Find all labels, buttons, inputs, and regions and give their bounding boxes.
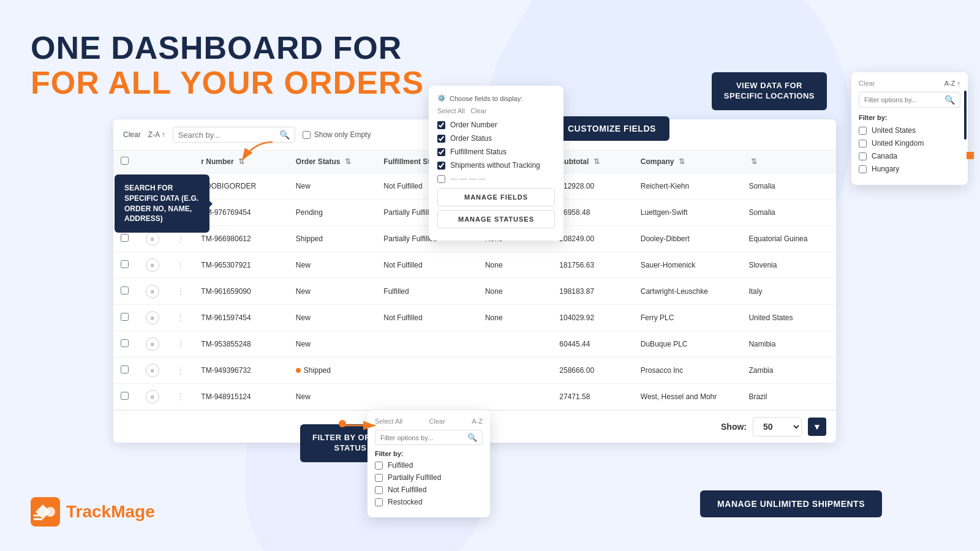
cell-check-8[interactable] — [113, 384, 138, 410]
fields-checkbox-fulfillment-status[interactable]: Fulfillment Status — [437, 148, 555, 156]
fields-checkbox-shipments-tracking[interactable]: Shipments without Tracking — [437, 161, 555, 170]
cell-check-3[interactable] — [113, 252, 138, 279]
drag-handle-6[interactable]: ⋮ — [177, 340, 184, 348]
fields-checkbox-order-number[interactable]: Order Number — [437, 121, 555, 129]
fields-checkbox-extra-input[interactable] — [437, 175, 445, 183]
show-dropdown-arrow[interactable]: ▼ — [808, 418, 826, 436]
locations-checkbox-4[interactable] — [859, 165, 867, 173]
filter-icon-status[interactable]: ⇅ — [345, 157, 351, 166]
row-detail-icon-3[interactable]: ≡ — [146, 258, 159, 272]
drag-handle-4[interactable]: ⋮ — [177, 287, 184, 296]
logo[interactable]: TrackMage — [31, 497, 155, 527]
col-header-order-status[interactable]: Order Status ⇅ — [288, 151, 376, 173]
cell-check-5[interactable] — [113, 305, 138, 331]
col-header-subtotal[interactable]: Subtotal ⇅ — [552, 151, 633, 173]
drag-handle-2[interactable]: ⋮ — [177, 234, 184, 243]
sort-button[interactable]: Z-A ↑ — [148, 130, 165, 139]
locations-checkbox-3[interactable] — [859, 152, 867, 160]
fields-select-all[interactable]: Select All — [437, 107, 465, 114]
row-detail-icon-7[interactable]: ≡ — [146, 364, 159, 377]
row-checkbox-6[interactable] — [121, 339, 129, 347]
filter-option-fulfilled[interactable]: Fulfilled — [375, 461, 483, 470]
row-checkbox-5[interactable] — [121, 313, 129, 321]
row-checkbox-2[interactable] — [121, 234, 129, 242]
filter-search-box[interactable]: 🔍 — [375, 430, 483, 445]
select-all-checkbox[interactable] — [121, 157, 129, 165]
row-checkbox-7[interactable] — [121, 365, 129, 373]
filter-checkbox-fulfilled[interactable] — [375, 462, 383, 470]
col-header-country[interactable]: ⇅ — [741, 151, 836, 173]
cell-check-6[interactable] — [113, 331, 138, 358]
locations-search-box[interactable]: 🔍 — [859, 92, 960, 108]
locations-sort[interactable]: A-Z ↑ — [944, 80, 960, 87]
locations-option-2[interactable]: United Kingdom — [859, 139, 960, 148]
drag-handle-7[interactable]: ⋮ — [177, 366, 184, 375]
customize-fields-button[interactable]: CUSTOMIZE FIELDS — [554, 116, 669, 141]
cell-icon1-3[interactable]: ≡ — [138, 252, 170, 279]
filter-icon-subtotal[interactable]: ⇅ — [594, 157, 600, 166]
filter-icon-company[interactable]: ⇅ — [679, 157, 685, 166]
locations-checkbox-1[interactable] — [859, 127, 867, 135]
cell-icon1-7[interactable]: ≡ — [138, 358, 170, 384]
filter-option-restocked[interactable]: Restocked — [375, 498, 483, 506]
row-checkbox-4[interactable] — [121, 287, 129, 294]
cell-check-4[interactable] — [113, 279, 138, 305]
cell-icon1-4[interactable]: ≡ — [138, 279, 170, 305]
filter-checkbox-restocked[interactable] — [375, 498, 383, 506]
filter-option-partially-fulfilled[interactable]: Partially Fulfilled — [375, 473, 483, 482]
clear-button[interactable]: Clear — [123, 130, 141, 139]
row-checkbox-3[interactable] — [121, 260, 129, 268]
fields-clear[interactable]: Clear — [470, 107, 486, 114]
filter-icon-country[interactable]: ⇅ — [751, 157, 757, 166]
row-detail-icon-8[interactable]: ≡ — [146, 390, 159, 403]
show-empty[interactable]: Show only Empty — [303, 130, 371, 139]
show-select[interactable]: 50 100 200 — [753, 417, 802, 437]
locations-option-1[interactable]: United States — [859, 126, 960, 135]
cell-icon1-6[interactable]: ≡ — [138, 331, 170, 358]
filter-clear[interactable]: Clear — [429, 418, 445, 425]
locations-option-3[interactable]: Canada — [859, 152, 960, 160]
manage-statuses-button[interactable]: MANAGE STATUSES — [437, 210, 555, 228]
col-header-company[interactable]: Company ⇅ — [633, 151, 742, 173]
locations-search-input[interactable] — [864, 96, 941, 103]
locations-panel-top: Clear A-Z ↑ — [859, 80, 960, 87]
filter-checkbox-not-fulfilled[interactable] — [375, 486, 383, 494]
row-detail-icon-2[interactable]: ≡ — [146, 232, 159, 246]
locations-checkbox-2[interactable] — [859, 140, 867, 148]
fields-checkbox-fulfillment-status-input[interactable] — [437, 148, 445, 156]
fields-checkbox-shipments-tracking-input[interactable] — [437, 162, 445, 170]
cell-fulfillment-8 — [376, 384, 478, 410]
locations-scrollbar[interactable] — [964, 91, 967, 140]
show-empty-checkbox[interactable] — [303, 131, 311, 139]
filter-option-not-fulfilled[interactable]: Not Fulfilled — [375, 485, 483, 494]
fields-checkbox-order-status[interactable]: Order Status — [437, 134, 555, 143]
cell-drag-5[interactable]: ⋮ — [170, 305, 194, 331]
row-detail-icon-5[interactable]: ≡ — [146, 311, 159, 324]
view-data-button[interactable]: VIEW DATA FOR SPECIFIC LOCATIONS — [712, 72, 827, 110]
drag-handle-5[interactable]: ⋮ — [177, 313, 184, 322]
manage-fields-button[interactable]: MANAGE FIELDS — [437, 188, 555, 206]
row-detail-icon-4[interactable]: ≡ — [146, 285, 159, 298]
fields-checkbox-order-number-input[interactable] — [437, 121, 445, 129]
fields-checkbox-order-status-input[interactable] — [437, 135, 445, 143]
row-detail-icon-6[interactable]: ≡ — [146, 337, 159, 351]
cell-icon1-8[interactable]: ≡ — [138, 384, 170, 410]
cell-check-7[interactable] — [113, 358, 138, 384]
filter-search-input[interactable] — [380, 434, 464, 441]
fields-checkbox-extra[interactable]: — — — — — [437, 174, 555, 183]
cell-drag-7[interactable]: ⋮ — [170, 358, 194, 384]
locations-clear[interactable]: Clear — [859, 80, 875, 87]
drag-handle-3[interactable]: ⋮ — [177, 261, 184, 269]
filter-select-all[interactable]: Select All — [375, 418, 402, 425]
filter-sort[interactable]: A-Z — [472, 418, 483, 425]
cell-icon1-5[interactable]: ≡ — [138, 305, 170, 331]
drag-handle-8[interactable]: ⋮ — [177, 392, 184, 401]
filter-checkbox-partially-fulfilled[interactable] — [375, 474, 383, 482]
cell-drag-3[interactable]: ⋮ — [170, 252, 194, 279]
cell-drag-6[interactable]: ⋮ — [170, 331, 194, 358]
locations-option-4[interactable]: Hungary — [859, 165, 960, 173]
row-checkbox-8[interactable] — [121, 392, 129, 400]
manage-unlimited-shipments-button[interactable]: MANAGE UNLIMITED SHIPMENTS — [700, 490, 882, 517]
cell-drag-4[interactable]: ⋮ — [170, 279, 194, 305]
cell-drag-8[interactable]: ⋮ — [170, 384, 194, 410]
